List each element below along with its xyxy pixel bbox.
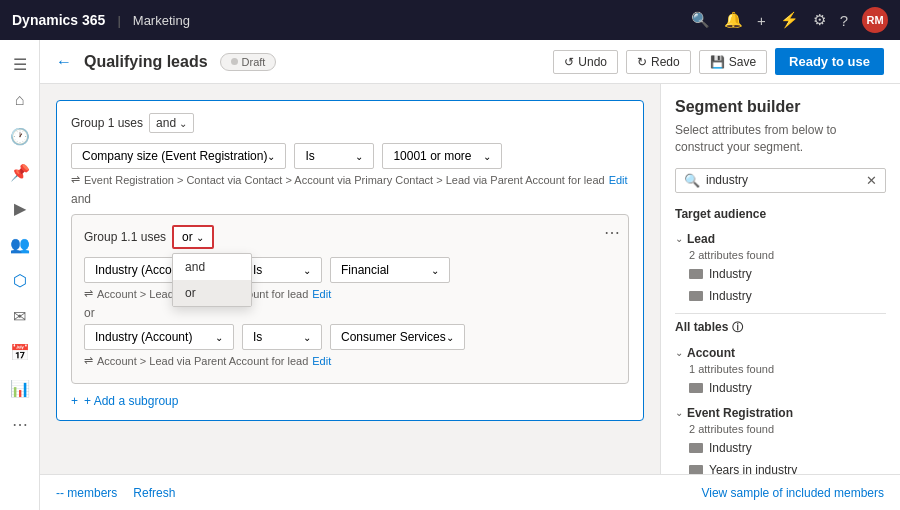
help-icon[interactable]: ? [840,12,848,29]
event-reg-industry-item[interactable]: Industry [675,437,886,459]
members-label[interactable]: -- members [56,486,117,500]
lead-industry-item-1[interactable]: Industry [675,263,886,285]
settings-icon[interactable]: ⚙ [813,11,826,29]
subgroup-condition-2-edit[interactable]: Edit [312,355,331,367]
path-icon: ⇌ [71,173,80,186]
module-name: Marketing [133,13,190,28]
redo-icon: ↻ [637,55,647,69]
condition-1-value[interactable]: 10001 or more ⌄ [382,143,502,169]
refresh-link[interactable]: Refresh [133,486,175,500]
subgroup-condition-1-op[interactable]: Is ⌄ [242,257,322,283]
tree-section-lead: Lead 2 attributes found Industry Industr… [675,229,886,307]
sidebar-pin[interactable]: 📌 [4,156,36,188]
lead-industry-item-2[interactable]: Industry [675,285,886,307]
subgroup-condition-2-row: Industry (Account) ⌄ Is ⌄ Consumer Servi… [84,324,616,350]
event-reg-section-header[interactable]: Event Registration [675,403,886,423]
subgroup-condition-2-value[interactable]: Consumer Services ⌄ [330,324,465,350]
search-icon: 🔍 [684,173,700,188]
subgroup-condition-1-value[interactable]: Financial ⌄ [330,257,450,283]
group-1-operator[interactable]: and ⌄ [149,113,194,133]
account-chevron-icon [675,347,683,358]
filter-icon[interactable]: ⚡ [780,11,799,29]
add-subgroup-label: + Add a subgroup [84,394,178,408]
subheader: ← Qualifying leads Draft ↺ Undo ↻ Redo 💾… [40,40,900,84]
redo-button[interactable]: ↻ Redo [626,50,691,74]
add-subgroup-button[interactable]: + + Add a subgroup [71,394,629,408]
event-reg-years-label: Years in industry [709,463,797,474]
subgroup-1-1-box: ⋯ Group 1.1 uses or ⌄ and [71,214,629,384]
lead-section-header[interactable]: Lead [675,229,886,249]
left-sidebar: ☰ ⌂ 🕐 📌 ▶ 👥 ⬡ ✉ 📅 📊 ⋯ [0,40,40,510]
sidebar-calendar[interactable]: 📅 [4,336,36,368]
condition-1-edit[interactable]: Edit [609,174,628,186]
sub2-op-chevron-icon: ⌄ [303,332,311,343]
subgroup-condition-1-edit[interactable]: Edit [312,288,331,300]
attr-icon-2 [689,291,703,301]
value-chevron-icon: ⌄ [483,151,491,162]
subgroup-operator[interactable]: or ⌄ [172,225,214,249]
add-subgroup-icon: + [71,394,78,408]
footer: -- members Refresh View sample of includ… [40,474,900,510]
account-sub-label: 1 attributes found [689,363,886,375]
account-industry-label: Industry [709,381,752,395]
sidebar-email[interactable]: ✉ [4,300,36,332]
sidebar-hamburger[interactable]: ☰ [4,48,36,80]
group-1-header: Group 1 uses and ⌄ [71,113,629,133]
ready-button[interactable]: Ready to use [775,48,884,75]
notification-icon[interactable]: 🔔 [724,11,743,29]
condition-1-path: ⇌ Event Registration > Contact via Conta… [71,173,629,186]
event-reg-years-item[interactable]: Years in industry [675,459,886,474]
chevron-down-icon: ⌄ [179,118,187,129]
account-section-header[interactable]: Account [675,343,886,363]
content-area: Group 1 uses and ⌄ Company size (Event R… [40,84,900,474]
view-sample-link[interactable]: View sample of included members [701,486,884,500]
sidebar-play[interactable]: ▶ [4,192,36,224]
lead-chevron-icon [675,233,683,244]
all-tables-info-icon[interactable]: ⓘ [732,321,743,333]
save-button[interactable]: 💾 Save [699,50,767,74]
sidebar-more[interactable]: ⋯ [4,408,36,440]
back-button[interactable]: ← [56,53,72,71]
lead-industry-2-label: Industry [709,289,752,303]
undo-button[interactable]: ↺ Undo [553,50,618,74]
clear-search-icon[interactable]: ✕ [866,173,877,188]
attr-icon-3 [689,383,703,393]
user-avatar[interactable]: RM [862,7,888,33]
sub-path-icon-1: ⇌ [84,287,93,300]
sidebar-contacts[interactable]: 👥 [4,228,36,260]
sub-op-chevron-icon: ⌄ [303,265,311,276]
nav-icons: 🔍 🔔 + ⚡ ⚙ ? RM [691,7,888,33]
operator-dropdown[interactable]: and or [172,253,252,307]
or-label: or [84,306,616,320]
dropdown-or[interactable]: or [173,280,251,306]
group-1-label: Group 1 uses [71,116,143,130]
dropdown-and[interactable]: and [173,254,251,280]
segment-builder-panel: Segment builder Select attributes from b… [660,84,900,474]
search-input[interactable] [706,173,860,187]
main-content: ← Qualifying leads Draft ↺ Undo ↻ Redo 💾… [40,40,900,510]
attr-icon-5 [689,465,703,474]
lead-sub-label: 2 attributes found [689,249,886,261]
subgroup-label: Group 1.1 uses [84,230,166,244]
account-industry-item[interactable]: Industry [675,377,886,399]
sidebar-home[interactable]: ⌂ [4,84,36,116]
sidebar-recent[interactable]: 🕐 [4,120,36,152]
subgroup-condition-2-field[interactable]: Industry (Account) ⌄ [84,324,234,350]
sidebar-chart[interactable]: 📊 [4,372,36,404]
condition-1-field[interactable]: Company size (Event Registration) ⌄ [71,143,286,169]
search-box[interactable]: 🔍 ✕ [675,168,886,193]
tree-section-account: Account 1 attributes found Industry [675,343,886,399]
sub2-val-chevron-icon: ⌄ [446,332,454,343]
subgroup-condition-1-row: Industry (Account) ⌄ Is ⌄ Financial ⌄ [84,257,616,283]
sidebar-segments[interactable]: ⬡ [4,264,36,296]
condition-1-op[interactable]: Is ⌄ [294,143,374,169]
header-actions: ↺ Undo ↻ Redo 💾 Save Ready to use [553,48,884,75]
subgroup-condition-2-op[interactable]: Is ⌄ [242,324,322,350]
page-title: Qualifying leads [84,53,208,71]
search-icon[interactable]: 🔍 [691,11,710,29]
event-reg-industry-label: Industry [709,441,752,455]
more-options-icon[interactable]: ⋯ [604,223,620,242]
undo-icon: ↺ [564,55,574,69]
add-icon[interactable]: + [757,12,766,29]
draft-dot [231,58,238,65]
